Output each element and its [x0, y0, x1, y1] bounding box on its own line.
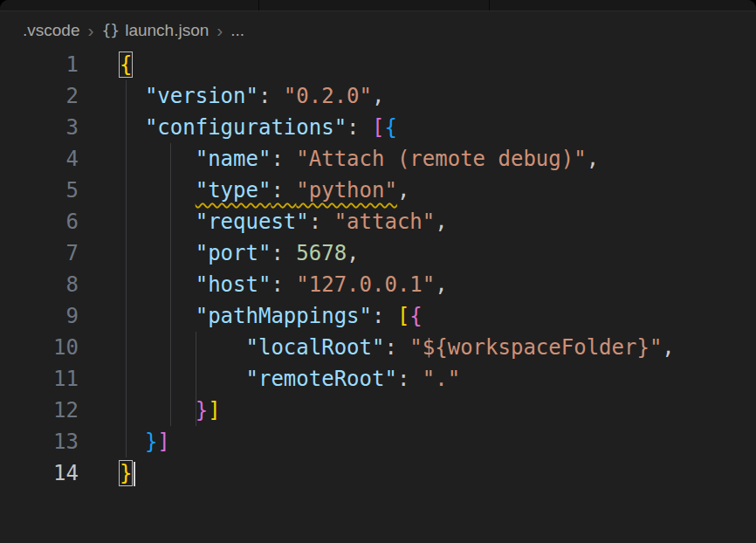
- code-text[interactable]: "request": "attach",: [79, 206, 448, 237]
- code-token: [120, 178, 196, 203]
- code-line[interactable]: 2 "version": "0.2.0",: [0, 80, 756, 112]
- tab-separator: [489, 0, 490, 10]
- code-token: ,: [397, 178, 409, 203]
- code-line[interactable]: 11 "remoteRoot": ".": [0, 363, 756, 395]
- tab-bar-strip: [0, 0, 756, 11]
- code-token: [120, 272, 196, 297]
- code-line[interactable]: 7 "port": 5678,: [0, 237, 756, 269]
- code-text[interactable]: "version": "0.2.0",: [79, 80, 384, 112]
- code-text[interactable]: {: [79, 49, 132, 80]
- code-token: }: [196, 398, 208, 423]
- code-text[interactable]: }]: [79, 426, 170, 457]
- code-token: "attach": [334, 210, 436, 234]
- code-line[interactable]: 6 "request": "attach",: [0, 206, 756, 237]
- line-number[interactable]: 12: [0, 395, 79, 426]
- code-token: "version": [145, 84, 258, 108]
- code-line[interactable]: 13 }]: [0, 426, 756, 457]
- code-lines: 1{2 "version": "0.2.0",3 "configurations…: [0, 49, 756, 489]
- code-token: "0.2.0": [284, 84, 372, 108]
- code-text[interactable]: "host": "127.0.0.1",: [79, 269, 448, 300]
- code-line[interactable]: 9 "pathMappings": [{: [0, 300, 756, 332]
- code-token: ,: [435, 210, 447, 234]
- line-number[interactable]: 14: [0, 457, 79, 489]
- code-line[interactable]: 10 "localRoot": "${workspaceFolder}",: [0, 332, 756, 363]
- code-line[interactable]: 5 "type": "python",: [0, 175, 756, 206]
- code-line[interactable]: 3 "configurations": [{: [0, 112, 756, 143]
- breadcrumb-item-symbols[interactable]: ...: [230, 21, 244, 40]
- breadcrumb-item-folder[interactable]: .vscode: [23, 21, 79, 40]
- code-line[interactable]: 4 "name": "Attach (remote debug)",: [0, 143, 756, 175]
- code-token: "configurations": [145, 115, 347, 140]
- tab-separator: [258, 0, 259, 10]
- vscode-window: .vscode › {} launch.json › ... 1{2 "vers…: [0, 0, 756, 543]
- code-token: [120, 147, 196, 171]
- code-text[interactable]: }: [79, 457, 135, 489]
- code-text[interactable]: "type": "python",: [79, 175, 409, 206]
- editor[interactable]: 1{2 "version": "0.2.0",3 "configurations…: [0, 49, 756, 489]
- code-token: "remoteRoot": [246, 367, 397, 391]
- code-token: [120, 84, 145, 108]
- code-token: [120, 210, 196, 234]
- code-token: [120, 430, 145, 454]
- line-number[interactable]: 3: [0, 112, 79, 143]
- code-token: :: [372, 304, 397, 328]
- code-token: [: [372, 115, 384, 140]
- line-number[interactable]: 8: [0, 269, 79, 300]
- code-token: ,: [587, 147, 599, 171]
- code-text[interactable]: "name": "Attach (remote debug)",: [79, 143, 599, 175]
- line-number[interactable]: 11: [0, 363, 79, 395]
- code-token: "Attach (remote debug)": [296, 147, 586, 171]
- code-token: "name": [196, 147, 271, 171]
- code-token: "${workspaceFolder}": [409, 335, 662, 360]
- line-number[interactable]: 13: [0, 426, 79, 457]
- code-text[interactable]: "localRoot": "${workspaceFolder}",: [79, 332, 675, 363]
- code-token: "port": [196, 241, 271, 265]
- code-token: :: [309, 210, 334, 234]
- code-text[interactable]: "configurations": [{: [79, 112, 397, 143]
- code-line[interactable]: 1{: [0, 49, 756, 80]
- code-token: ,: [662, 335, 674, 360]
- code-token: ,: [347, 241, 359, 265]
- code-token: ]: [157, 430, 169, 454]
- code-token: [: [397, 304, 409, 328]
- code-token: :: [271, 178, 296, 203]
- code-text[interactable]: "remoteRoot": ".": [79, 363, 460, 395]
- breadcrumb: .vscode › {} launch.json › ...: [0, 11, 756, 49]
- code-text[interactable]: "port": 5678,: [79, 237, 360, 269]
- code-token: ,: [372, 84, 384, 108]
- line-number[interactable]: 5: [0, 175, 79, 206]
- code-text[interactable]: "pathMappings": [{: [79, 300, 423, 332]
- code-token: [120, 398, 196, 423]
- code-token: {: [409, 304, 422, 328]
- line-number[interactable]: 10: [0, 332, 79, 363]
- code-token: :: [271, 147, 296, 171]
- code-token: 5678: [296, 241, 347, 265]
- line-number[interactable]: 2: [0, 80, 79, 112]
- code-token: [120, 304, 196, 328]
- code-token: [120, 335, 246, 360]
- json-file-icon: {}: [101, 21, 119, 39]
- code-token: ".": [423, 367, 460, 391]
- text-cursor: [134, 462, 135, 486]
- code-line[interactable]: 8 "host": "127.0.0.1",: [0, 269, 756, 300]
- code-text[interactable]: }]: [79, 395, 221, 426]
- code-token: "python": [296, 178, 397, 203]
- line-number[interactable]: 4: [0, 143, 79, 175]
- code-line[interactable]: 12 }]: [0, 395, 756, 426]
- breadcrumb-separator: ›: [87, 21, 93, 39]
- code-token: [120, 115, 145, 140]
- code-token: {: [120, 52, 132, 77]
- line-number[interactable]: 6: [0, 206, 79, 237]
- code-token: }: [145, 430, 157, 454]
- code-token: "127.0.0.1": [296, 272, 435, 297]
- code-token: ,: [435, 272, 447, 297]
- code-token: :: [271, 241, 296, 265]
- code-token: "localRoot": [246, 335, 385, 360]
- line-number[interactable]: 7: [0, 237, 79, 269]
- code-line[interactable]: 14}: [0, 457, 756, 489]
- line-number[interactable]: 1: [0, 49, 79, 80]
- breadcrumb-item-file[interactable]: {} launch.json: [101, 21, 209, 40]
- code-token: "type": [196, 178, 271, 203]
- breadcrumb-separator: ›: [216, 21, 223, 39]
- line-number[interactable]: 9: [0, 300, 79, 332]
